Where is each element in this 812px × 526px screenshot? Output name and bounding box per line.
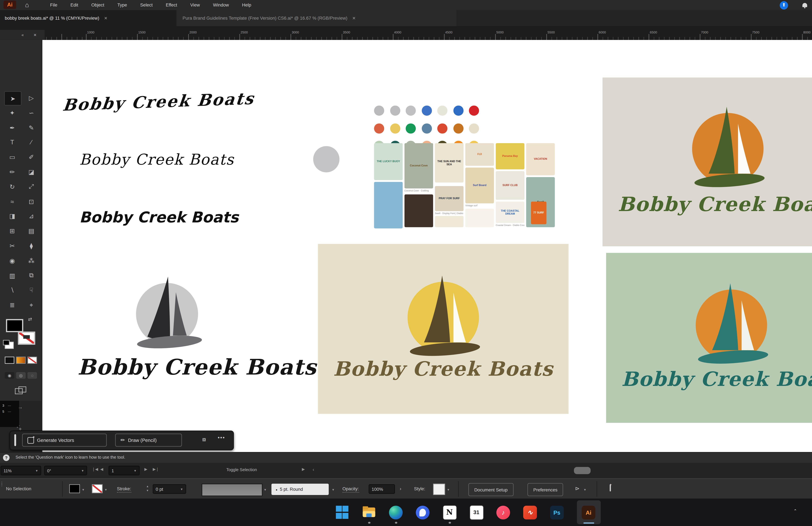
moodboard-tile[interactable] [374, 182, 403, 229]
pen-tool-icon[interactable]: ✒ [4, 121, 20, 134]
moodboard-tile[interactable]: Panama Bay [496, 143, 524, 170]
hand-tool-icon[interactable]: ☟ [23, 283, 39, 297]
language-indicator[interactable]: ENG US [810, 503, 812, 514]
moodboard-tile[interactable]: Coconut Cove [405, 143, 433, 189]
brush-definition-dropdown[interactable]: ● 5 pt. Round [271, 484, 329, 495]
menu-item-effect[interactable]: Effect [159, 2, 184, 8]
curvature-tool-icon[interactable]: ✎ [23, 121, 39, 134]
none-mode-button[interactable] [27, 357, 37, 364]
artboard-list-row[interactable]: 3— [2, 403, 17, 409]
palette-dot[interactable] [469, 105, 479, 116]
default-fill-stroke-icon[interactable] [5, 342, 14, 349]
change-screen-mode-icon[interactable] [15, 386, 27, 395]
puppet-warp-tool-icon[interactable]: ⊡ [23, 195, 39, 208]
share-icon[interactable]: ⬆ [780, 1, 788, 9]
notifications-bell-icon[interactable] [800, 0, 810, 10]
palette-dot[interactable] [406, 123, 416, 133]
horizontal-scrollbar-thumb[interactable] [574, 467, 591, 474]
rotate-tool-icon[interactable]: ↻ [4, 180, 20, 193]
tab-close-icon[interactable]: ✕ [352, 16, 356, 20]
palette-dot[interactable] [437, 123, 447, 133]
reference-image-icon[interactable]: ⧇ [202, 436, 206, 443]
moodboard-tile[interactable]: SURF CLUB [496, 171, 524, 200]
direct-selection-tool-icon[interactable]: ▷ [23, 91, 39, 104]
draw-normal-button[interactable]: ◉ [5, 372, 14, 379]
palette-dot[interactable] [406, 105, 416, 116]
logo-panel-gray[interactable]: Bobby Creek Boats [78, 269, 257, 407]
selection-tool-icon[interactable]: ➤ [4, 91, 21, 105]
variable-width-profile-dropdown[interactable] [202, 484, 263, 496]
width-tool-icon[interactable]: ≈ [4, 195, 20, 208]
question-mark-icon[interactable]: ? [3, 454, 10, 461]
moodboard-tile[interactable]: THE LUCKY BUOY [374, 143, 403, 180]
palette-dot[interactable] [469, 123, 479, 133]
draw-pencil-button[interactable]: ✏ Draw (Pencil) [115, 434, 182, 447]
gradient-tool-icon[interactable]: ▤ [23, 224, 39, 237]
first-artboard-icon[interactable]: ❘◀ [92, 467, 98, 472]
draw-inside-button[interactable]: ◌ [27, 372, 37, 379]
magic-wand-tool-icon[interactable]: ✦ [4, 106, 20, 119]
close-panel-icon[interactable]: ✕ [33, 33, 37, 38]
opacity-label[interactable]: Opacity: [343, 486, 359, 493]
more-options-icon[interactable]: ••• [218, 435, 225, 441]
moodboard-tile[interactable]: Surf Board [465, 167, 494, 203]
palette-dot[interactable] [453, 123, 463, 133]
moodboard-tile[interactable] [405, 194, 433, 227]
drag-handle[interactable] [14, 434, 16, 446]
taskbar-app-illustrator[interactable]: Ai [577, 500, 600, 524]
menu-item-object[interactable]: Object [85, 2, 111, 8]
palette-dot[interactable] [374, 105, 384, 116]
blend-tool-icon[interactable]: ◉ [4, 254, 20, 267]
taskbar-app-start[interactable] [335, 500, 349, 524]
taskbar-app-apple-music[interactable]: ♪ [496, 500, 510, 524]
next-artboard-icon[interactable]: ▶ [144, 467, 147, 472]
stroke-swatch[interactable] [92, 484, 103, 493]
chevron-right-icon[interactable]: › [400, 486, 401, 492]
rectangle-tool-icon[interactable]: ▭ [4, 150, 20, 163]
tab-close-icon[interactable]: ✕ [104, 16, 108, 20]
moodboard-tile[interactable]: VACATION [526, 143, 555, 175]
document-tab-active[interactable]: bobby breek boats.ai* @ 11 % (CMYK/Previ… [0, 10, 176, 26]
zoom-tool-icon[interactable]: ⌖ [23, 298, 39, 311]
artboard-tool-icon[interactable]: ⧉ [23, 269, 39, 282]
logo-panel-cream[interactable]: Bobby Creek Boats [603, 77, 812, 246]
zoom-level-dropdown[interactable]: 11%▼ [1, 466, 41, 476]
taskbar-app-file-explorer[interactable] [362, 500, 376, 524]
eyedropper-tool-icon[interactable]: ⧫ [23, 239, 39, 252]
fill-color-swatch[interactable] [6, 319, 24, 332]
color-mode-button[interactable] [5, 357, 14, 364]
home-icon[interactable]: ⌂ [25, 1, 29, 9]
rotation-dropdown[interactable]: 0°▼ [44, 466, 87, 476]
line-segment-tool-icon[interactable]: ∕ [23, 135, 39, 149]
menu-item-view[interactable]: View [184, 2, 206, 8]
artboard-mini-list[interactable]: 3—5— [0, 401, 19, 427]
panel-grip[interactable]: ⁞⁞ [1, 482, 3, 496]
palette-dot[interactable] [390, 105, 400, 116]
scissors-tool-icon[interactable]: ✂ [4, 239, 20, 252]
swap-fill-stroke-icon[interactable]: ⇄ [28, 317, 32, 322]
gray-circle-shape[interactable] [313, 146, 339, 172]
logo-text-monoline[interactable]: Bobby Creek Boats [79, 151, 234, 168]
chevron-down-icon[interactable]: ▼ [104, 488, 107, 492]
moodboard-tile[interactable]: 77 SURF [531, 202, 547, 224]
chevron-left-icon[interactable]: ‹ [313, 467, 314, 472]
eraser-tool-icon[interactable]: ◪ [23, 165, 39, 178]
chevron-down-icon[interactable]: ▼ [583, 488, 586, 492]
collapse-panel-icon[interactable]: « [21, 33, 24, 37]
stroke-width-dropdown[interactable]: 0 pt ▼ [153, 484, 186, 494]
taskbar-app-red-app[interactable]: ∿ [523, 500, 537, 524]
moodboard-tile[interactable]: THE COASTAL DREAM [496, 202, 524, 223]
menu-item-file[interactable]: File [44, 2, 64, 8]
taskbar-app-edge[interactable] [389, 500, 403, 524]
artboard-list-row[interactable]: 5— [2, 409, 17, 415]
tray-chevron-up-icon[interactable]: ⌃ [794, 509, 797, 513]
lasso-tool-icon[interactable]: ∽ [23, 106, 39, 119]
palette-dot[interactable] [421, 123, 432, 133]
palette-dot[interactable] [453, 105, 463, 116]
stroke-stepper[interactable]: ▲▼ [146, 484, 149, 493]
expand-status-icon[interactable]: ▶ [302, 467, 305, 472]
palette-dot[interactable] [437, 105, 447, 116]
generate-vectors-button[interactable]: Generate Vectors [22, 434, 107, 447]
chevron-down-icon[interactable]: ▼ [332, 488, 335, 492]
moodboard-tile[interactable] [435, 216, 464, 227]
